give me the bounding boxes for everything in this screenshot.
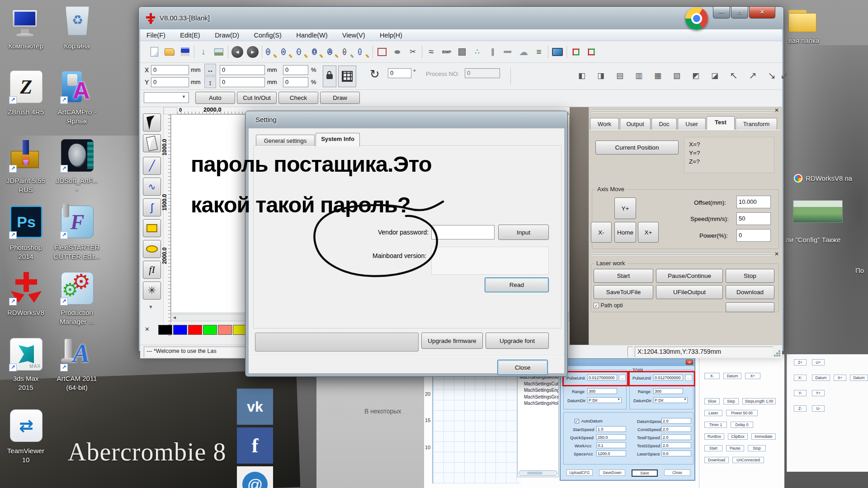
workacc-input[interactable]: 0.1 (596, 442, 626, 448)
constspeed-input[interactable]: 2.0 (661, 426, 691, 432)
array-dots-button-2[interactable] (584, 45, 599, 59)
speed-input[interactable]: 50 (736, 212, 771, 225)
align-tool-icon[interactable]: ▦ (650, 68, 665, 83)
swap-v-icon[interactable]: ↕ (204, 76, 216, 88)
save-button[interactable]: Save (632, 469, 658, 477)
mini-button[interactable]: Pause (726, 445, 744, 451)
mini-button[interactable]: Stop (748, 445, 766, 451)
preview-monitor-button[interactable] (550, 45, 565, 59)
align-tool-icon[interactable]: ▤ (612, 68, 627, 83)
desktop-icon-recyclebin[interactable]: ♻ (61, 5, 94, 37)
datumdir-select[interactable]: P Dir (653, 397, 688, 403)
desktop-icon-computer[interactable] (10, 7, 42, 40)
new-folder-icon[interactable] (788, 10, 816, 33)
knife-icon[interactable]: ✂ (405, 45, 420, 59)
zoom-all-button[interactable]: A (325, 45, 340, 59)
mailru-share-button[interactable]: @ (237, 466, 273, 488)
process-no-input[interactable]: 0 (465, 68, 500, 78)
desktop-icon-jdsoft[interactable]: ↗ (61, 139, 94, 172)
redo-button[interactable]: ► (245, 45, 260, 59)
range-input[interactable]: 300 (587, 388, 617, 394)
cutinout-button[interactable]: Cut In/Out (237, 92, 277, 104)
mini-button[interactable]: Step (723, 398, 739, 404)
pause-continue-button[interactable]: Pause/Continue (656, 269, 723, 283)
node-tool-icon[interactable]: ∴ (470, 45, 485, 59)
ellipse-tool-button[interactable] (143, 240, 161, 258)
zoom-gray-button[interactable]: ▪ (340, 45, 356, 59)
desktop-icon-photoshop[interactable]: Ps ↗ (10, 206, 42, 238)
desktop-icon-jdpaint[interactable]: ↗ (10, 139, 42, 172)
eraser-button[interactable]: ⬬ (390, 45, 405, 59)
corner-arrow-icon[interactable]: ↙ (777, 68, 792, 83)
fill-square-tool[interactable] (454, 45, 470, 59)
menu-handle[interactable]: Handle(W) (290, 32, 334, 39)
dialog-close-button[interactable]: Close (497, 360, 548, 375)
swap-h-icon[interactable]: ↔ (204, 64, 216, 75)
array-dots-button-1[interactable] (568, 45, 584, 59)
path-optimize-checkbox[interactable]: ✓ Path opti (594, 302, 623, 310)
mini-button[interactable]: StepLength 1.00 (742, 398, 776, 404)
maximize-button[interactable]: ▭ (731, 7, 748, 19)
read-button[interactable]: Read (485, 277, 549, 292)
desktop-icon-rdworks[interactable]: ↗ (10, 272, 42, 305)
dock-grip-2[interactable] (592, 253, 772, 255)
mini-button[interactable]: Z- (794, 405, 807, 412)
panel-close-icon[interactable]: ✕ (774, 107, 779, 113)
no-color-icon[interactable]: ✕ (145, 326, 150, 333)
palette-green[interactable] (203, 325, 217, 335)
mini-button[interactable]: Datum (850, 375, 868, 381)
weld-tool-icon[interactable]: ◩ (688, 68, 703, 83)
desktop-icon-3dsmax[interactable]: MAX ↗ (10, 338, 42, 371)
mini-button[interactable]: Start (704, 445, 722, 451)
upgrade-font-button[interactable]: Upgrade font (486, 333, 549, 349)
download-button[interactable]: Download (726, 285, 774, 299)
height-pct-input[interactable]: 0 (283, 77, 308, 87)
tab-transform[interactable]: Transform (736, 118, 777, 130)
pulseunit-input[interactable]: 0.0127000000 (587, 375, 617, 380)
spaceacc-input[interactable]: 1200.0 (596, 450, 626, 456)
mini-button[interactable]: X- (794, 375, 807, 381)
node-edit-tool-button[interactable] (143, 134, 161, 152)
width-input[interactable]: 0 (220, 65, 265, 75)
star-tool-icon[interactable]: ✳ (143, 282, 161, 300)
savedown-button[interactable]: SaveDown (599, 469, 625, 476)
bmp-tool[interactable]: BMP (439, 45, 454, 59)
scroll-left-icon[interactable]: ◄ (172, 315, 177, 320)
chevron-down-icon[interactable]: ▼ (617, 398, 620, 401)
rectangle-tool-button[interactable] (143, 219, 161, 237)
tab-general-settings[interactable]: General settings (256, 135, 315, 146)
text-tool-icon[interactable]: fI (143, 261, 161, 279)
undo-button[interactable]: ◄ (230, 45, 245, 59)
corner-arrow-icon[interactable]: ↖ (726, 68, 741, 83)
mini-button[interactable]: Immediate (751, 433, 776, 440)
import-button[interactable]: ↓ (196, 45, 211, 59)
list-tool-icon[interactable]: ≡ (531, 45, 547, 59)
desktop-icon-teamviewer[interactable]: ⇄ (10, 409, 42, 442)
testsspeed-input[interactable]: 2.0 (661, 442, 691, 448)
machsettings-titlebar[interactable]: ✕ (561, 359, 694, 366)
export-image-button[interactable] (211, 45, 226, 59)
menu-draw[interactable]: Draw(D) (208, 32, 245, 39)
new-file-button[interactable] (146, 45, 162, 59)
tab-system-info[interactable]: System Info (316, 133, 360, 146)
startspeed-input[interactable]: 1.0 (596, 426, 626, 432)
check-button[interactable]: Check (278, 92, 318, 104)
scroll-down-icon[interactable]: ▼ (148, 304, 153, 310)
mirror-tool-icon[interactable]: ◨ (593, 68, 609, 83)
upgrade-firmware-button[interactable]: Upgrade firmware (421, 333, 483, 349)
mini-button[interactable]: Delay 0 (731, 422, 753, 428)
mirror-tool-icon[interactable]: ◧ (574, 68, 590, 83)
current-position-button[interactable]: Current Position (595, 141, 679, 155)
corner-arrow-icon[interactable]: ↗ (745, 68, 760, 83)
mini-button[interactable]: X+ (834, 375, 846, 381)
rotate-angle-input[interactable]: 0 (388, 68, 411, 78)
align-tool-icon[interactable]: ▧ (669, 68, 684, 83)
uploadcfg-button[interactable]: UploadCFG (566, 469, 593, 476)
polyline-tool-icon[interactable]: ∿ (143, 178, 161, 196)
select-rect-button[interactable] (374, 45, 390, 59)
align-tool-icon[interactable]: ▥ (631, 68, 646, 83)
desktop-icon-production-manager[interactable]: ⚙ ⚙ ↗ (61, 272, 94, 305)
close-button[interactable]: Close (664, 469, 690, 476)
weld-tool-icon[interactable]: ◪ (707, 68, 722, 83)
mini-button[interactable]: Download (704, 457, 729, 463)
